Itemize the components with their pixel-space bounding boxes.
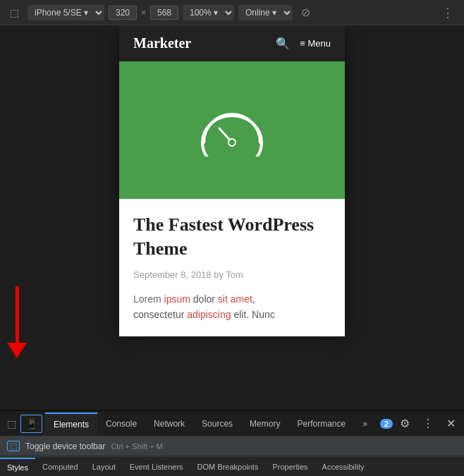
excerpt-nunc: Nunc [252, 309, 275, 320]
excerpt-ipsum: ipsum [164, 293, 193, 305]
article-author: Tom [226, 269, 243, 280]
hero-image [119, 61, 345, 199]
bottom-tab-accessibility[interactable]: Accessibility [315, 458, 372, 475]
bottom-tab-computed[interactable]: Computed [35, 458, 85, 475]
article-title: The Fastest WordPress Theme [133, 213, 331, 261]
device-toolbar: ⬚ iPhone 5/SE ▾ × 100% ▾ Online ▾ ⊘ ⋮ [0, 0, 464, 25]
site-nav: 🔍 ≡ Menu [276, 37, 331, 50]
bottom-tab-styles[interactable]: Styles [0, 458, 35, 476]
rotate-btn[interactable]: ⊘ [297, 4, 315, 20]
excerpt-comma: , [252, 293, 255, 305]
arrow-head [7, 343, 27, 358]
excerpt-adipiscing: adipiscing [187, 309, 233, 320]
tab-network[interactable]: Network [145, 413, 193, 434]
search-icon[interactable]: 🔍 [276, 37, 290, 50]
article-by: by [214, 269, 224, 280]
speedometer-icon [197, 104, 267, 157]
arrow-line [16, 286, 19, 343]
tooltip-label: Toggle device toolbar [25, 441, 105, 451]
tab-performance[interactable]: Performance [288, 413, 354, 434]
devtools-tabs: ⬚ 📱 Elements Console Network Sources Mem… [0, 411, 464, 437]
article-content: The Fastest WordPress Theme September 8,… [119, 199, 345, 336]
excerpt-sit: sit amet [218, 293, 252, 305]
devtools-panel: ⬚ 📱 Elements Console Network Sources Mem… [0, 410, 464, 476]
more-options-btn[interactable]: ⋮ [437, 4, 458, 22]
excerpt-lorem: Lorem [133, 293, 164, 305]
svg-point-3 [229, 140, 235, 145]
excerpt-elit: elit. [233, 309, 252, 320]
device-frame: Marketer 🔍 ≡ Menu The Fastest WordPress … [119, 25, 345, 336]
element-picker-btn[interactable]: ⬚ [6, 4, 23, 21]
tooltip-icon: ⬚ [7, 441, 20, 451]
height-input[interactable] [150, 6, 178, 20]
bottom-tab-dom-breakpoints[interactable]: DOM Breakpoints [190, 458, 266, 475]
bottom-tab-event-listeners[interactable]: Event Listeners [123, 458, 190, 475]
tab-more[interactable]: » [354, 413, 376, 434]
notification-badge: 2 [380, 419, 393, 429]
svg-line-2 [219, 128, 232, 142]
excerpt-consectetur: consectetur [133, 309, 187, 320]
tab-memory[interactable]: Memory [241, 413, 288, 434]
preview-area: Marketer 🔍 ≡ Menu The Fastest WordPress … [0, 25, 464, 422]
arrow-indicator [7, 286, 27, 358]
width-input[interactable] [109, 6, 137, 20]
tab-console[interactable]: Console [97, 413, 145, 434]
article-excerpt: Lorem ipsum dolor sit amet,consectetur a… [133, 291, 331, 323]
tab-elements[interactable]: Elements [45, 413, 97, 435]
zoom-select[interactable]: 100% ▾ [183, 5, 234, 20]
settings-btn[interactable]: ⚙ [394, 414, 415, 433]
bottom-tab-properties[interactable]: Properties [265, 458, 315, 475]
devtools-more-btn[interactable]: ⋮ [417, 414, 439, 433]
tabs-right-controls: 2 ⚙ ⋮ ✕ [380, 414, 461, 433]
menu-button[interactable]: ≡ Menu [300, 38, 331, 49]
device-toggle-btn[interactable]: 📱 [20, 415, 42, 433]
network-throttle-select[interactable]: Online ▾ [238, 5, 293, 20]
bottom-tab-layout[interactable]: Layout [85, 458, 123, 475]
close-devtools-btn[interactable]: ✕ [441, 414, 461, 433]
site-header: Marketer 🔍 ≡ Menu [119, 25, 345, 61]
tooltip-shortcut: Ctrl + Shift + M [111, 442, 162, 451]
article-meta: September 8, 2018 by Tom [133, 269, 331, 280]
device-select[interactable]: iPhone 5/SE ▾ [28, 5, 104, 20]
site-logo: Marketer [133, 35, 191, 51]
tooltip-bar: ⬚ Toggle device toolbar Ctrl + Shift + M [0, 437, 464, 456]
element-inspect-btn[interactable]: ⬚ [3, 415, 20, 432]
excerpt-dolor: dolor [193, 293, 218, 305]
bottom-tabs: Styles Computed Layout Event Listeners D… [0, 456, 464, 476]
dimension-separator: × [141, 8, 146, 18]
tab-sources[interactable]: Sources [193, 413, 241, 434]
article-date: September 8, 2018 [133, 269, 212, 280]
